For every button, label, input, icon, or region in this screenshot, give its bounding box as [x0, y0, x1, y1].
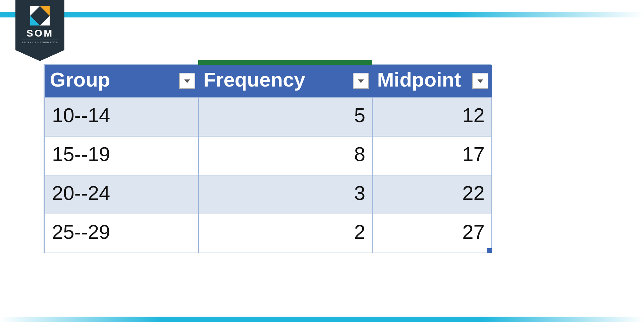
cell-midpoint[interactable]: 22 [372, 175, 492, 214]
cell-frequency[interactable]: 8 [199, 136, 372, 175]
cell-midpoint[interactable]: 17 [372, 136, 492, 175]
logo-text: SOM [26, 28, 53, 38]
header-label: Midpoint [377, 68, 461, 91]
cell-group[interactable]: 25--29 [45, 214, 199, 253]
cell-frequency[interactable]: 2 [199, 214, 372, 253]
cell-frequency[interactable]: 3 [199, 175, 372, 214]
table-row: 15--19 8 17 [45, 136, 492, 175]
header-accent-bar [198, 60, 372, 65]
header-label: Frequency [204, 68, 305, 91]
cell-group[interactable]: 10--14 [45, 97, 199, 136]
cell-frequency[interactable]: 5 [199, 97, 372, 136]
filter-dropdown-icon[interactable] [179, 73, 195, 89]
header-label: Group [50, 68, 110, 91]
cell-midpoint[interactable]: 12 [372, 97, 492, 136]
table-row: 20--24 3 22 [45, 175, 492, 214]
cell-group[interactable]: 20--24 [45, 175, 199, 214]
table-row: 10--14 5 12 [45, 97, 492, 136]
cell-value: 27 [462, 221, 485, 243]
top-accent-bar [0, 12, 644, 17]
bottom-accent-bar [0, 317, 644, 322]
filter-dropdown-icon[interactable] [472, 73, 488, 89]
cell-group[interactable]: 15--19 [45, 136, 199, 175]
cell-midpoint[interactable]: 27 [372, 214, 492, 253]
table-row: 25--29 2 27 [45, 214, 492, 253]
column-header-group[interactable]: Group [45, 65, 199, 97]
som-logo: SOM STORY OF MATHEMATICS [15, 0, 64, 61]
logo-mark-icon [30, 6, 50, 25]
logo-subtitle: STORY OF MATHEMATICS [22, 40, 58, 44]
selection-handle-icon[interactable] [487, 248, 492, 253]
column-header-frequency[interactable]: Frequency [199, 65, 372, 97]
data-table: Group Frequency Midpoint [44, 64, 491, 253]
filter-dropdown-icon[interactable] [353, 73, 369, 89]
column-header-midpoint[interactable]: Midpoint [372, 65, 492, 97]
